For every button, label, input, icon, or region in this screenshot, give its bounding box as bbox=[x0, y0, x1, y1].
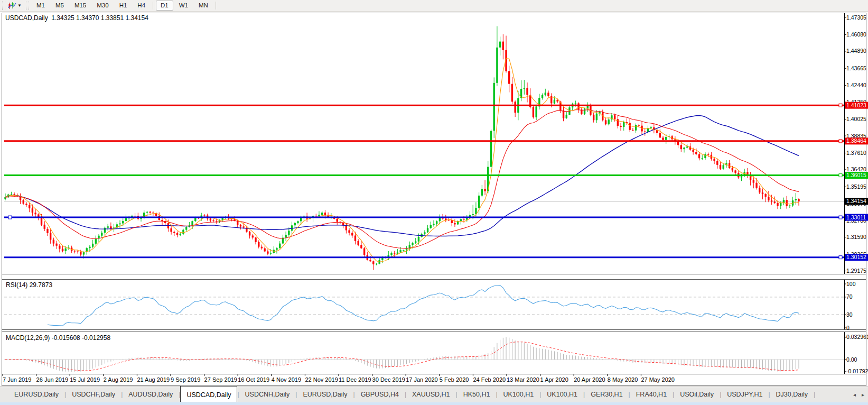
tab-usoil-daily[interactable]: USOil,Daily bbox=[674, 387, 720, 402]
svg-text:9 Sep 2019: 9 Sep 2019 bbox=[171, 376, 200, 383]
macd-signal-line bbox=[5, 342, 799, 371]
chart-title: USDCAD,Daily 1.34325 1.34370 1.33851 1.3… bbox=[5, 14, 148, 22]
tab-xauusd-h1[interactable]: XAUUSD,H1 bbox=[406, 387, 456, 402]
timeframe-mn-button[interactable]: MN bbox=[194, 1, 213, 11]
ma-medium-line bbox=[5, 110, 799, 248]
price-chart-canvas[interactable]: 1.473051.460801.448901.436651.424401.412… bbox=[0, 12, 868, 386]
chart-window[interactable]: 1.473051.460801.448901.436651.424401.412… bbox=[0, 12, 868, 386]
timeframe-m15-button[interactable]: M15 bbox=[70, 1, 91, 11]
svg-text:24 Feb 2020: 24 Feb 2020 bbox=[473, 376, 506, 383]
tab-usdjpy-h1[interactable]: USDJPY,H1 bbox=[721, 387, 768, 402]
svg-text:27 May 2020: 27 May 2020 bbox=[641, 376, 675, 383]
svg-text:1 Apr 2020: 1 Apr 2020 bbox=[540, 376, 568, 383]
tab-ger30-h1[interactable]: GER30,H1 bbox=[585, 387, 628, 402]
tab-usdchf-daily[interactable]: USDCHF,Daily bbox=[66, 387, 121, 402]
svg-text:1.41023: 1.41023 bbox=[846, 102, 866, 108]
chevron-down-icon[interactable]: ▼ bbox=[17, 3, 22, 8]
svg-text:5 Feb 2020: 5 Feb 2020 bbox=[440, 376, 469, 383]
toolbar-grip[interactable] bbox=[2, 2, 5, 10]
tab-audusd-daily[interactable]: AUDUSD,Daily bbox=[123, 387, 179, 402]
svg-text:8 May 2020: 8 May 2020 bbox=[608, 376, 638, 383]
svg-text:15 Jul 2019: 15 Jul 2019 bbox=[70, 376, 100, 383]
svg-text:7 Jun 2019: 7 Jun 2019 bbox=[3, 376, 31, 383]
svg-text:1.47305: 1.47305 bbox=[846, 14, 866, 21]
line-handle[interactable] bbox=[839, 256, 842, 259]
tab-fra40-h1[interactable]: FRA40,H1 bbox=[630, 387, 673, 402]
svg-text:17 Jan 2020: 17 Jan 2020 bbox=[406, 376, 438, 383]
svg-text:0: 0 bbox=[846, 325, 850, 331]
svg-text:22 Nov 2019: 22 Nov 2019 bbox=[305, 376, 338, 383]
timeframe-w1-button[interactable]: W1 bbox=[174, 1, 193, 11]
svg-text:27 Sep 2019: 27 Sep 2019 bbox=[204, 376, 237, 383]
line-handle[interactable] bbox=[839, 140, 842, 143]
svg-text:1.38464: 1.38464 bbox=[846, 137, 866, 144]
tab-hk50-h1[interactable]: HK50,H1 bbox=[458, 387, 496, 402]
line-handle[interactable] bbox=[8, 216, 12, 219]
tab-uk100-h1[interactable]: UK100,H1 bbox=[541, 387, 583, 402]
macd-indicator-label: MACD(12,26,9) -0.015608 -0.012958 bbox=[6, 334, 110, 342]
line-handle[interactable] bbox=[839, 174, 842, 177]
svg-text:30: 30 bbox=[846, 311, 853, 318]
timeframe-toolbar: ▼ M1M5M15M30H1H4 D1W1MN bbox=[0, 0, 868, 12]
tab-eurusd-daily[interactable]: EURUSD,Daily bbox=[8, 387, 64, 402]
timeframe-m5-button[interactable]: M5 bbox=[51, 1, 69, 11]
toolbar-separator bbox=[216, 2, 216, 10]
svg-text:1.31590: 1.31590 bbox=[846, 234, 866, 240]
timeframe-h1-button[interactable]: H1 bbox=[115, 1, 132, 11]
tab-dj30-daily[interactable]: DJ30,Daily bbox=[770, 387, 814, 402]
svg-text:100: 100 bbox=[846, 281, 856, 287]
svg-text:20 Apr 2020: 20 Apr 2020 bbox=[574, 376, 605, 383]
svg-text:70: 70 bbox=[846, 293, 853, 300]
svg-text:11 Dec 2019: 11 Dec 2019 bbox=[339, 376, 371, 383]
svg-text:1.43665: 1.43665 bbox=[846, 65, 866, 71]
svg-text:1.44890: 1.44890 bbox=[846, 48, 866, 54]
svg-text:1.29175: 1.29175 bbox=[846, 268, 866, 274]
svg-text:1.30152: 1.30152 bbox=[846, 254, 866, 260]
tab-uk100-h1[interactable]: UK100,H1 bbox=[498, 387, 540, 402]
svg-text:1.37610: 1.37610 bbox=[846, 150, 866, 156]
svg-text:1.40025: 1.40025 bbox=[846, 116, 866, 122]
svg-text:0.00: 0.00 bbox=[846, 356, 857, 363]
timeframe-m30-button[interactable]: M30 bbox=[92, 1, 113, 11]
svg-text:4 Nov 2019: 4 Nov 2019 bbox=[272, 376, 301, 383]
tab-usdcad-daily[interactable]: USDCAD,Daily bbox=[180, 386, 237, 402]
svg-text:-0.017921: -0.017921 bbox=[846, 368, 868, 374]
timeframe-d1-button[interactable]: D1 bbox=[156, 1, 173, 11]
svg-text:1.33011: 1.33011 bbox=[846, 214, 866, 220]
svg-text:0.032961: 0.032961 bbox=[846, 334, 868, 340]
rsi-line bbox=[48, 286, 799, 326]
svg-text:21 Aug 2019: 21 Aug 2019 bbox=[137, 376, 170, 383]
tab-gbpusd-h4[interactable]: GBPUSD,H4 bbox=[355, 387, 405, 402]
line-handle[interactable] bbox=[839, 104, 842, 107]
svg-text:26 Jun 2019: 26 Jun 2019 bbox=[36, 376, 69, 383]
rsi-indicator-label: RSI(14) 29.7873 bbox=[6, 281, 52, 289]
tab-usdcnh-daily[interactable]: USDCNH,Daily bbox=[239, 387, 296, 402]
toolbar-separator bbox=[153, 2, 153, 10]
timeframe-h4-button[interactable]: H4 bbox=[133, 1, 150, 11]
toolbar-grip[interactable] bbox=[26, 2, 29, 10]
tab-separator: | bbox=[814, 387, 815, 402]
symbol-tab-bar: EURUSD,Daily|USDCHF,Daily|AUDUSD,Daily|U… bbox=[0, 386, 868, 405]
svg-text:2 Aug 2019: 2 Aug 2019 bbox=[104, 376, 133, 383]
candlestick-chart-icon[interactable] bbox=[7, 2, 17, 10]
svg-text:16 Oct 2019: 16 Oct 2019 bbox=[238, 376, 269, 383]
svg-text:1.35195: 1.35195 bbox=[846, 183, 866, 190]
tabs-scroll-left-icon[interactable]: ◂ bbox=[853, 392, 856, 398]
svg-text:13 Mar 2020: 13 Mar 2020 bbox=[507, 376, 539, 383]
svg-text:1.42440: 1.42440 bbox=[846, 82, 866, 88]
macd-histogram bbox=[5, 337, 799, 372]
svg-text:30 Dec 2019: 30 Dec 2019 bbox=[372, 376, 405, 383]
svg-text:1.34154: 1.34154 bbox=[846, 198, 866, 204]
tabs-scroll-right-icon[interactable]: ▸ bbox=[862, 392, 864, 398]
svg-text:1.46080: 1.46080 bbox=[846, 31, 866, 38]
statusbar-strip bbox=[0, 402, 868, 405]
timeframe-m1-button[interactable]: M1 bbox=[32, 1, 50, 11]
svg-text:1.36015: 1.36015 bbox=[846, 172, 866, 178]
tab-eurusd-daily[interactable]: EURUSD,Daily bbox=[297, 387, 353, 402]
line-handle[interactable] bbox=[839, 216, 842, 219]
